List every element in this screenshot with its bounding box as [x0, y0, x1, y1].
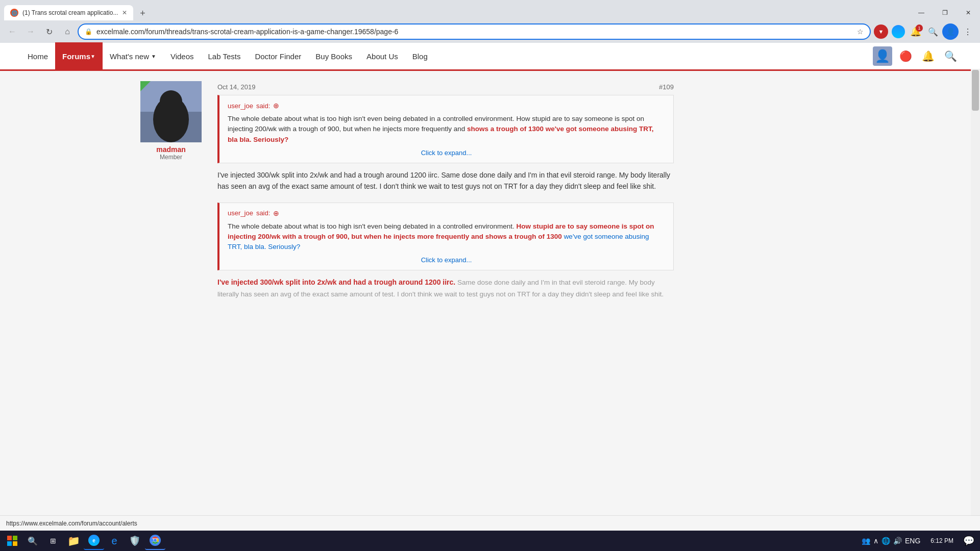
- nav-forums[interactable]: Forums ▼: [55, 42, 103, 70]
- post-body-main: Oct 14, 2019 #109 user_joe said: ⊕ The w…: [217, 81, 674, 299]
- expand-link-1[interactable]: Click to expand...: [228, 149, 665, 157]
- svg-rect-5: [13, 536, 17, 537]
- online-indicator: [140, 81, 151, 91]
- system-tray: 👥 ∧ 🌐 🔊 ENG 6:12 PM 💬: [857, 532, 978, 537]
- tab-favicon: 🌐: [10, 9, 18, 17]
- forums-arrow: ▼: [90, 54, 95, 59]
- whats-new-dropdown-arrow: ▼: [151, 54, 156, 59]
- quote-block-2: user_joe said: ⊕ The whole debate about …: [217, 203, 674, 271]
- menu-button[interactable]: ⋮: [960, 23, 976, 40]
- svg-point-8: [150, 535, 161, 537]
- user-avatar-nav[interactable]: 👤: [873, 46, 892, 66]
- status-url: https://www.excelmale.com/forum/account/…: [6, 520, 137, 527]
- nav-home[interactable]: Home: [20, 42, 55, 70]
- nav-about-us[interactable]: About Us: [359, 42, 405, 70]
- quote-arrow-icon-2[interactable]: ⊕: [273, 209, 279, 217]
- close-window-button[interactable]: ✕: [957, 5, 980, 20]
- alerts-button[interactable]: 🔔 1: [908, 23, 924, 40]
- reading-list-button[interactable]: ▼: [873, 23, 889, 40]
- main-column: madman Member Oct 14, 2019 #109 user_joe…: [122, 71, 684, 537]
- home-button[interactable]: ⌂: [59, 23, 76, 40]
- author-avatar: [140, 81, 202, 142]
- nav-videos[interactable]: Videos: [163, 42, 201, 70]
- site-navigation: Home Forums ▼ What's new ▼ Videos Lab Te…: [0, 43, 980, 71]
- left-sidebar: [0, 71, 122, 537]
- start-button[interactable]: [2, 531, 22, 537]
- quote-arrow-icon-1[interactable]: ⊕: [273, 102, 279, 110]
- nav-notifications-button[interactable]: 🔴: [896, 47, 915, 65]
- bookmark-icon[interactable]: ☆: [857, 28, 864, 36]
- nav-search-icon: 🔍: [944, 50, 957, 62]
- quote-text-bold-2: The whole debate about what is too high …: [228, 222, 516, 230]
- svg-rect-4: [7, 536, 12, 537]
- nav-right-actions: 👤 🔴 🔔 🔍: [873, 46, 960, 66]
- maximize-button[interactable]: ❐: [933, 5, 957, 20]
- nav-buy-books[interactable]: Buy Books: [308, 42, 359, 70]
- notification-center-button[interactable]: 💬: [960, 532, 978, 537]
- status-bar: https://www.excelmale.com/forum/account/…: [0, 515, 980, 531]
- nav-bell-button[interactable]: 🔔: [919, 47, 937, 65]
- quote-said-label-2: said:: [256, 209, 270, 217]
- chrome-logo: [150, 535, 161, 537]
- taskbar: 🔍 ⊞ 📁 e e 🛡️: [0, 531, 980, 537]
- url-text: excelmale.com/forum/threads/trans-scrota…: [96, 28, 853, 36]
- taskbar-taskview[interactable]: ⊞: [43, 532, 63, 537]
- taskbar-search[interactable]: 🔍: [22, 532, 43, 537]
- nav-doctor-finder[interactable]: Doctor Finder: [248, 42, 308, 70]
- nav-alert-icon: 🔴: [899, 50, 912, 62]
- new-tab-button[interactable]: +: [135, 6, 150, 20]
- profile-button[interactable]: 👤: [942, 23, 959, 40]
- taskbar-ie[interactable]: e: [104, 532, 125, 537]
- quote-attribution-1: user_joe said: ⊕: [228, 102, 665, 110]
- notification-badge: ▼: [874, 24, 888, 39]
- taskbar-search-icon: 🔍: [27, 535, 39, 537]
- quote-user-2[interactable]: user_joe: [228, 209, 253, 217]
- taskbar-edge[interactable]: e: [84, 532, 104, 537]
- taskbar-edge-icon: e: [88, 534, 100, 537]
- back-button[interactable]: ←: [4, 23, 20, 40]
- edge-icon: [892, 25, 905, 38]
- close-tab-button[interactable]: ✕: [122, 9, 127, 16]
- post-number: #109: [659, 83, 674, 91]
- minimize-button[interactable]: —: [910, 5, 933, 20]
- author-column: madman Member: [133, 81, 209, 299]
- taskbar-chrome[interactable]: [145, 532, 165, 537]
- quote-attribution-2: user_joe said: ⊕: [228, 209, 665, 217]
- post-container: madman Member Oct 14, 2019 #109 user_joe…: [133, 81, 674, 299]
- taskbar-explorer-icon: 📁: [67, 535, 80, 537]
- active-tab[interactable]: 🌐 (1) Trans scrotal cream applicatio... …: [4, 5, 133, 20]
- nav-whats-new[interactable]: What's new ▼: [103, 42, 163, 70]
- svg-point-3: [160, 90, 182, 113]
- nav-lab-tests[interactable]: Lab Tests: [201, 42, 248, 70]
- scrollbar-thumb[interactable]: [972, 70, 979, 111]
- reload-button[interactable]: ↻: [41, 23, 57, 40]
- taskbar-defender-icon: 🛡️: [129, 535, 141, 537]
- tab-title: (1) Trans scrotal cream applicatio...: [22, 9, 118, 16]
- taskbar-chrome-icon: [149, 534, 161, 537]
- post-paragraph-1: I've injected 300/wk split into 2x/wk an…: [217, 169, 674, 192]
- lock-icon: 🔒: [85, 28, 92, 35]
- author-name[interactable]: madman: [156, 145, 186, 154]
- nav-bell-icon: 🔔: [922, 50, 935, 62]
- scrollbar[interactable]: [971, 69, 980, 537]
- edge-icon-button[interactable]: [890, 23, 906, 40]
- expand-link-2[interactable]: Click to expand...: [228, 256, 665, 264]
- page-content: madman Member Oct 14, 2019 #109 user_joe…: [0, 71, 980, 537]
- post-date: Oct 14, 2019: [217, 83, 255, 91]
- post-paragraph-2: I've injected 300/wk split into 2x/wk an…: [217, 277, 674, 299]
- post-text-1: I've injected 300/wk split into 2x/wk an…: [217, 169, 674, 192]
- taskbar-defender[interactable]: 🛡️: [125, 532, 145, 537]
- post-text-highlight-2: I've injected 300/wk split into 2x/wk an…: [217, 278, 455, 286]
- quote-said-label-1: said:: [256, 102, 270, 110]
- quote-user-1[interactable]: user_joe: [228, 102, 253, 110]
- quote-block-1: user_joe said: ⊕ The whole debate about …: [217, 95, 674, 163]
- windows-logo: [7, 536, 17, 537]
- taskbar-explorer[interactable]: 📁: [63, 532, 84, 537]
- author-role: Member: [160, 154, 182, 161]
- search-button[interactable]: 🔍: [925, 23, 941, 40]
- forums-label: Forums: [62, 52, 90, 61]
- address-bar[interactable]: 🔒 excelmale.com/forum/threads/trans-scro…: [78, 23, 871, 40]
- nav-blog[interactable]: Blog: [405, 42, 435, 70]
- nav-search-button[interactable]: 🔍: [941, 47, 960, 65]
- forward-button[interactable]: →: [22, 23, 39, 40]
